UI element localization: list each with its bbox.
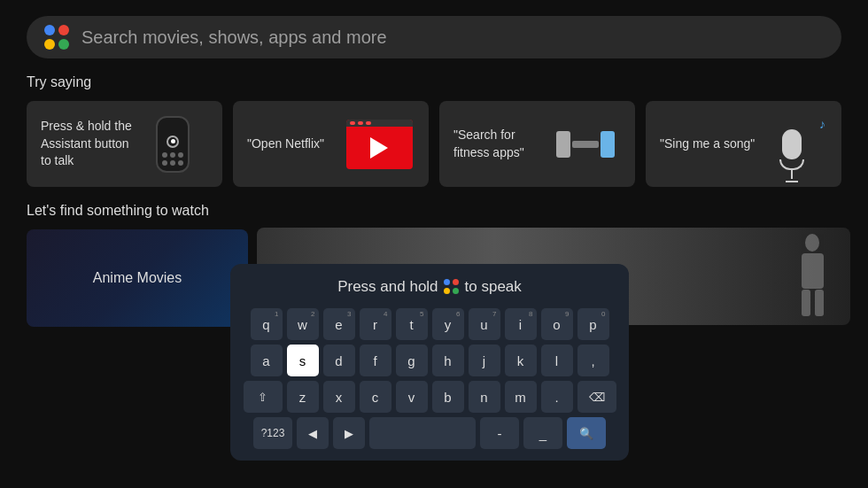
suggestion-card-sing[interactable]: "Sing me a song" ♪ xyxy=(646,101,841,187)
key-m[interactable]: m xyxy=(505,381,537,413)
key-x[interactable]: x xyxy=(323,381,355,413)
key-c[interactable]: c xyxy=(360,381,391,413)
suggestion-card-netflix[interactable]: "Open Netflix" xyxy=(233,101,429,187)
keyboard-overlay: Press and hold to speak 1q 2w 3e 4r 5t 6… xyxy=(230,264,629,461)
key-f[interactable]: f xyxy=(360,345,391,376)
key-q[interactable]: 1q xyxy=(251,308,283,340)
key-z[interactable]: z xyxy=(287,381,319,413)
suggestion-text-sing: "Sing me a song" xyxy=(660,136,756,153)
key-y[interactable]: 6y xyxy=(432,308,464,340)
keyboard-row-2: a s d f g h j k l , xyxy=(241,345,618,376)
key-u[interactable]: 7u xyxy=(469,308,500,340)
dot-sm-yellow xyxy=(444,288,450,294)
key-space[interactable] xyxy=(369,417,476,449)
key-backspace[interactable]: ⌫ xyxy=(577,381,616,413)
svg-rect-3 xyxy=(815,290,824,316)
try-saying-row: Press & hold the Assistant button to tal… xyxy=(27,101,841,187)
key-left[interactable]: ◀ xyxy=(297,417,329,449)
key-right[interactable]: ▶ xyxy=(333,417,365,449)
press-hold-text: Press and hold to speak xyxy=(241,278,618,296)
suggestion-card-fitness[interactable]: "Search for fitness apps" xyxy=(439,101,635,187)
key-n[interactable]: n xyxy=(469,381,500,413)
suggestion-text-fitness: "Search for fitness apps" xyxy=(453,127,550,161)
key-w[interactable]: 2w xyxy=(287,308,319,340)
suggestion-card-remote[interactable]: Press & hold the Assistant button to tal… xyxy=(27,101,222,187)
key-k[interactable]: k xyxy=(505,345,537,376)
anime-bg: Anime Movies xyxy=(27,229,248,327)
remote-icon xyxy=(137,115,208,173)
key-shift[interactable]: ⇧ xyxy=(244,381,283,413)
keyboard-row-4: ?123 ◀ ▶ - _ 🔍 xyxy=(241,417,618,449)
key-e[interactable]: 3e xyxy=(323,308,355,340)
keyboard-row-3: ⇧ z x c v b n m . ⌫ xyxy=(241,381,618,413)
search-bar[interactable]: Search movies, shows, apps and more xyxy=(27,16,841,58)
key-r[interactable]: 4r xyxy=(360,308,391,340)
person-silhouette-icon xyxy=(793,232,833,321)
suggestion-text-remote: Press & hold the Assistant button to tal… xyxy=(41,118,137,170)
lets-find-label: Let's find something to watch xyxy=(27,203,248,219)
key-s[interactable]: s xyxy=(287,345,319,376)
google-logo xyxy=(44,25,69,50)
dot-green xyxy=(58,39,69,50)
suggestion-text-netflix: "Open Netflix" xyxy=(247,136,344,153)
key-i[interactable]: 8i xyxy=(505,308,537,340)
key-search[interactable]: 🔍 xyxy=(567,417,606,449)
key-period[interactable]: . xyxy=(541,381,573,413)
anime-movies-card[interactable]: Anime Movies xyxy=(27,229,248,327)
search-placeholder: Search movies, shows, apps and more xyxy=(81,27,387,48)
keyboard-row-1: 1q 2w 3e 4r 5t 6y 7u 8i 9o 0p xyxy=(241,308,618,340)
key-a[interactable]: a xyxy=(251,345,283,376)
dot-yellow xyxy=(44,39,55,50)
dot-red xyxy=(58,25,69,35)
left-panel: Let's find something to watch Anime Movi… xyxy=(0,203,248,327)
anime-movies-label: Anime Movies xyxy=(93,270,182,286)
try-saying-label: Try saying xyxy=(27,74,841,90)
key-b[interactable]: b xyxy=(432,381,464,413)
key-p[interactable]: 0p xyxy=(577,308,609,340)
netflix-icon xyxy=(344,115,415,173)
svg-point-0 xyxy=(805,234,819,252)
press-hold-suffix: to speak xyxy=(465,278,522,296)
dot-blue xyxy=(44,25,55,35)
svg-rect-1 xyxy=(802,253,824,289)
dot-sm-green xyxy=(453,288,459,294)
google-logo-small xyxy=(444,279,460,295)
press-hold-prefix: Press and hold xyxy=(337,278,438,296)
key-num-switch[interactable]: ?123 xyxy=(253,417,292,449)
key-comma[interactable]: , xyxy=(577,345,609,376)
key-d[interactable]: d xyxy=(323,345,355,376)
music-notes-icon: ♪ xyxy=(819,117,825,131)
key-o[interactable]: 9o xyxy=(541,308,573,340)
key-g[interactable]: g xyxy=(396,345,428,376)
key-t[interactable]: 5t xyxy=(396,308,428,340)
dot-sm-red xyxy=(453,279,459,285)
key-h[interactable]: h xyxy=(432,345,464,376)
mic-icon: ♪ xyxy=(756,115,827,173)
key-j[interactable]: j xyxy=(469,345,500,376)
key-v[interactable]: v xyxy=(396,381,428,413)
bottom-section: Let's find something to watch Anime Movi… xyxy=(0,203,868,327)
dumbbell-icon xyxy=(550,115,621,173)
key-minus[interactable]: - xyxy=(480,417,519,449)
svg-rect-2 xyxy=(802,290,810,316)
dot-sm-blue xyxy=(444,279,450,285)
key-underscore[interactable]: _ xyxy=(523,417,562,449)
key-l[interactable]: l xyxy=(541,345,573,376)
